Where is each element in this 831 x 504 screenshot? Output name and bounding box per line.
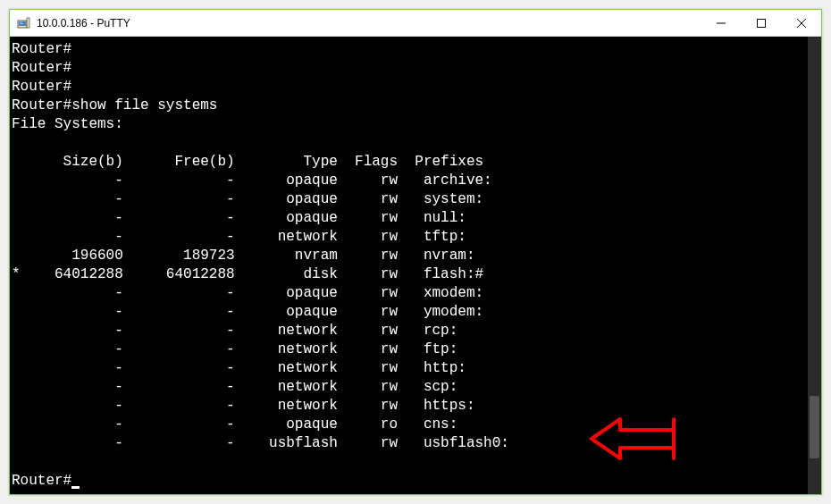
svg-rect-6: [757, 19, 765, 27]
scrollbar-thumb[interactable]: [810, 396, 819, 458]
terminal[interactable]: Router# Router# Router# Router#show file…: [10, 37, 821, 494]
cursor: [71, 486, 80, 489]
window-controls: [701, 10, 821, 36]
scrollbar[interactable]: [808, 37, 821, 494]
maximize-button[interactable]: [741, 10, 781, 36]
svg-rect-2: [27, 18, 29, 28]
minimize-button[interactable]: [701, 10, 741, 36]
titlebar[interactable]: 10.0.0.186 - PuTTY: [10, 10, 821, 37]
window-title: 10.0.0.186 - PuTTY: [37, 17, 701, 29]
putty-window: 10.0.0.186 - PuTTY Router# Router# Route…: [9, 9, 822, 495]
close-button[interactable]: [781, 10, 821, 36]
putty-icon: [17, 16, 31, 30]
